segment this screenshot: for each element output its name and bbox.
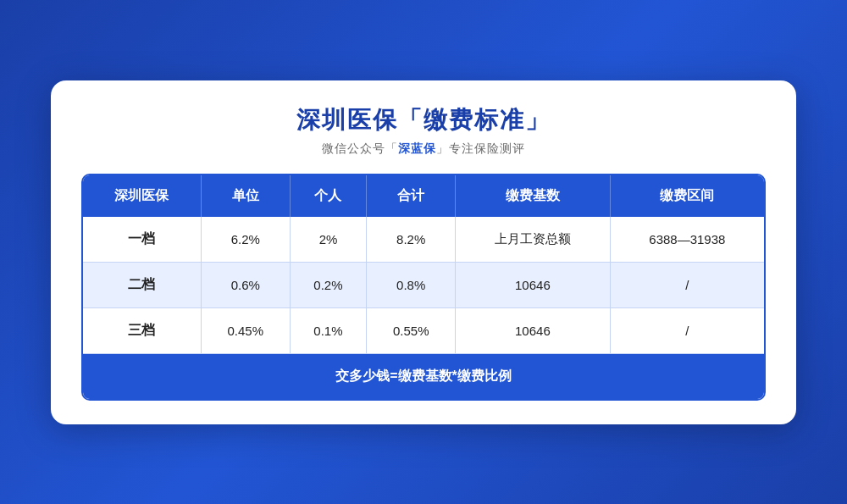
- col-header-total: 合计: [367, 175, 456, 217]
- row3-total: 0.55%: [367, 308, 456, 354]
- col-header-personal: 个人: [291, 175, 368, 217]
- table-row: 一档 6.2% 2% 8.2% 上月工资总额 6388—31938: [83, 217, 764, 263]
- col-header-range: 缴费区间: [611, 175, 764, 217]
- subtitle-brand: 深蓝保: [398, 141, 436, 155]
- col-header-base: 缴费基数: [456, 175, 611, 217]
- row2-unit: 0.6%: [202, 263, 291, 308]
- col-header-unit: 单位: [202, 175, 291, 217]
- page-title: 深圳医保「缴费标准」: [81, 104, 766, 136]
- card-header: 深圳医保「缴费标准」 微信公众号「深蓝保」专注保险测评: [81, 104, 766, 157]
- subtitle-prefix: 微信公众号「: [322, 141, 398, 155]
- row2-total: 0.8%: [367, 263, 456, 308]
- row3-tier: 三档: [83, 308, 202, 354]
- table-header-row: 深圳医保 单位 个人 合计 缴费基数 缴费区间: [83, 175, 764, 217]
- row1-tier: 一档: [83, 217, 202, 263]
- row1-range: 6388—31938: [611, 217, 764, 263]
- row2-tier: 二档: [83, 263, 202, 308]
- row3-base: 10646: [456, 308, 611, 354]
- row1-total: 8.2%: [367, 217, 456, 263]
- subtitle-suffix: 」专注保险测评: [436, 141, 525, 155]
- table-row: 二档 0.6% 0.2% 0.8% 10646 /: [83, 263, 764, 308]
- data-table: 深圳医保 单位 个人 合计 缴费基数 缴费区间 一档 6.2% 2% 8.2% …: [81, 174, 766, 401]
- row2-personal: 0.2%: [291, 263, 368, 308]
- row3-range: /: [611, 308, 764, 354]
- col-header-tier: 深圳医保: [83, 175, 202, 217]
- row2-base: 10646: [456, 263, 611, 308]
- row3-unit: 0.45%: [202, 308, 291, 354]
- page-subtitle: 微信公众号「深蓝保」专注保险测评: [81, 141, 766, 157]
- row1-unit: 6.2%: [202, 217, 291, 263]
- table-wrapper: 深圳医保 单位 个人 合计 缴费基数 缴费区间 一档 6.2% 2% 8.2% …: [81, 174, 766, 401]
- row3-personal: 0.1%: [291, 308, 368, 354]
- row2-range: /: [611, 263, 764, 308]
- table-row: 三档 0.45% 0.1% 0.55% 10646 /: [83, 308, 764, 354]
- row1-personal: 2%: [291, 217, 368, 263]
- table-footer-row: 交多少钱=缴费基数*缴费比例: [83, 354, 764, 399]
- row1-base: 上月工资总额: [456, 217, 611, 263]
- table-footer-text: 交多少钱=缴费基数*缴费比例: [83, 354, 764, 399]
- main-card: 深圳医保「缴费标准」 微信公众号「深蓝保」专注保险测评 深圳医保 单位 个人 合…: [51, 80, 796, 424]
